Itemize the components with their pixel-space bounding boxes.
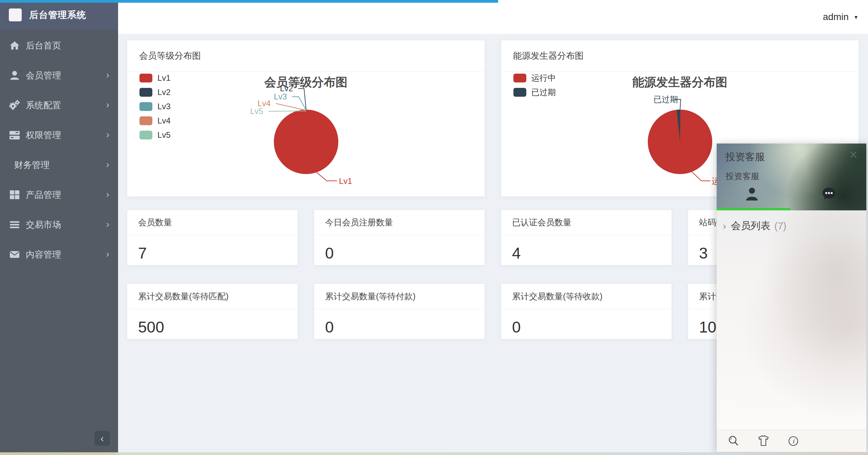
chevron-right-icon: › — [106, 220, 109, 229]
stat-card-registrations-today: 今日会员注册数量 0 — [314, 210, 485, 265]
pie-callout-lv3: Lv3 — [274, 93, 287, 101]
collapse-chevron-icon: ‹ — [100, 433, 104, 444]
member-level-chart-card: 会员等级分布图 会员等级分布图 Lv1 Lv2 Lv3 Lv4 Lv5 Lv2 … — [127, 40, 485, 197]
list-icon — [9, 219, 20, 230]
sidebar-item-label: 会员管理 — [26, 70, 61, 81]
sidebar-item-members[interactable]: 会员管理 › — [0, 60, 118, 90]
screen-bottom-edge — [0, 452, 868, 455]
widget-footer-toolbar: i — [717, 430, 866, 452]
chevron-right-icon: › — [723, 221, 726, 231]
sidebar-item-label: 产品管理 — [26, 189, 61, 201]
stat-card-verified-members: 已认证会员数量 4 — [501, 210, 672, 265]
sidebar-item-products[interactable]: 产品管理 › — [0, 180, 118, 210]
pie-callout-lv1: Lv1 — [339, 177, 352, 185]
chevron-right-icon: › — [106, 130, 109, 139]
stat-value: 4 — [501, 235, 672, 262]
sidebar-collapse-button[interactable]: ‹ — [94, 431, 110, 446]
stat-value: 500 — [127, 309, 298, 336]
sidebar-item-content[interactable]: 内容管理 › — [0, 240, 118, 269]
stat-label: 累计交易数量(等待收款) — [501, 284, 672, 309]
sidebar-item-label: 系统配置 — [26, 99, 61, 111]
server-icon — [9, 129, 20, 141]
stat-value: 0 — [501, 309, 672, 336]
stat-label: 今日会员注册数量 — [314, 210, 485, 235]
stat-card-trades-matching: 累计交易数量(等待匹配) 500 — [127, 284, 298, 339]
info-icon[interactable]: i — [787, 434, 800, 448]
username: admin — [823, 12, 849, 22]
widget-subtitle: 投资客服 — [725, 171, 759, 182]
svg-text:i: i — [792, 438, 795, 444]
chevron-right-icon: › — [106, 70, 109, 80]
stat-value: 0 — [314, 235, 485, 262]
tab-chat[interactable] — [819, 185, 838, 204]
chevron-right-icon: › — [106, 190, 109, 199]
grid-icon — [9, 189, 20, 201]
sidebar-item-finance[interactable]: 财务管理 › — [0, 150, 118, 180]
member-list-label: 会员列表 — [731, 219, 770, 233]
loading-progress-bar — [0, 0, 498, 3]
sidebar-item-label: 财务管理 — [14, 159, 50, 171]
topbar: admin ▼ — [118, 0, 868, 34]
tab-contacts[interactable] — [742, 185, 761, 204]
app-logo: 后台管理系统 — [0, 0, 118, 30]
mail-icon — [9, 249, 20, 260]
stat-value: 7 — [127, 235, 298, 262]
magnifier-icon[interactable] — [727, 434, 740, 448]
user-menu[interactable]: admin ▼ — [823, 12, 858, 22]
widget-title: 投资客服 — [725, 150, 765, 164]
sidebar-nav: 后台首页 会员管理 › — [0, 30, 118, 269]
member-list-toggle[interactable]: › 会员列表 (7) — [717, 210, 866, 233]
gears-icon — [9, 99, 20, 111]
app-title: 后台管理系统 — [29, 9, 86, 21]
stat-value: 0 — [314, 309, 485, 336]
sidebar-item-permissions[interactable]: 权限管理 › — [0, 120, 118, 150]
person-icon — [744, 186, 760, 203]
chevron-right-icon: › — [106, 249, 109, 259]
pie-callout-lv2: Lv2 — [280, 84, 293, 93]
stat-card-trades-awaiting-payment: 累计交易数量(等待付款) 0 — [314, 284, 485, 339]
sidebar-item-home[interactable]: 后台首页 — [0, 31, 118, 60]
customer-service-widget: 投资客服 投资客服 × › 会员列表 (7) — [717, 144, 866, 452]
home-icon — [9, 40, 20, 51]
stat-label: 会员数量 — [127, 210, 298, 235]
sidebar-item-system-config[interactable]: 系统配置 › — [0, 90, 118, 120]
caret-down-icon: ▼ — [853, 14, 858, 20]
stat-card-trades-awaiting-receipt: 累计交易数量(等待收款) 0 — [501, 284, 672, 339]
stat-card-members: 会员数量 7 — [127, 210, 298, 265]
stat-label: 已认证会员数量 — [501, 210, 672, 235]
member-list-count: (7) — [774, 221, 786, 232]
sidebar-item-label: 内容管理 — [26, 249, 61, 261]
app-logo-icon — [9, 8, 22, 21]
card-header: 会员等级分布图 — [127, 40, 485, 72]
sidebar-item-market[interactable]: 交易市场 › — [0, 210, 118, 240]
pie-callout-lv5: Lv5 — [250, 107, 263, 115]
member-level-pie-chart: 会员等级分布图 Lv1 Lv2 Lv3 Lv4 Lv5 Lv2 Lv3 Lv4 … — [127, 72, 485, 197]
stat-label: 累计交易数量(等待匹配) — [127, 284, 298, 309]
sidebar-item-label: 权限管理 — [26, 129, 61, 141]
active-tab-indicator — [717, 208, 791, 210]
user-icon — [9, 70, 20, 81]
pie-chart-svg — [127, 72, 485, 197]
sidebar-item-label: 后台首页 — [26, 40, 61, 52]
chat-bubble-icon — [821, 186, 837, 203]
widget-header: 投资客服 投资客服 × — [717, 144, 866, 210]
sidebar: 后台管理系统 后台首页 会员管理 › — [0, 0, 118, 455]
chevron-right-icon: › — [106, 160, 109, 169]
sidebar-item-label: 交易市场 — [26, 219, 61, 231]
close-icon[interactable]: × — [849, 148, 857, 162]
card-header: 能源发生器分布图 — [501, 40, 858, 72]
widget-body: › 会员列表 (7) — [717, 210, 866, 430]
pie-callout-expired: 已过期 — [654, 95, 678, 103]
tshirt-icon[interactable] — [757, 434, 770, 448]
stat-label: 累计交易数量(等待付款) — [314, 284, 485, 309]
chevron-right-icon: › — [106, 100, 109, 110]
